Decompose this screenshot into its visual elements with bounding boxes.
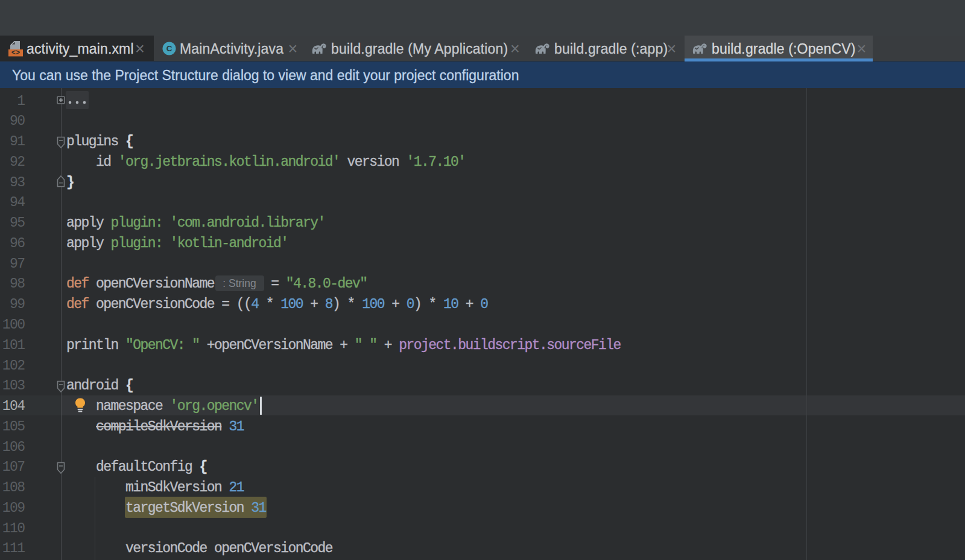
svg-text:<>: <> xyxy=(11,49,20,57)
svg-text:C: C xyxy=(166,44,172,53)
